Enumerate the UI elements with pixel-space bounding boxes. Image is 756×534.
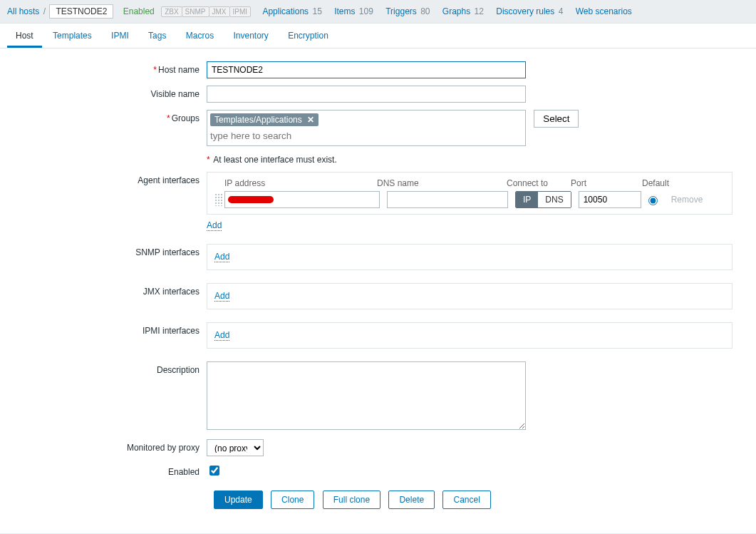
proxy-select[interactable]: (no proxy): [207, 439, 264, 456]
ipmi-interfaces-box: Add: [207, 322, 732, 349]
button-bar: Update Clone Full clone Delete Cancel: [0, 491, 756, 509]
agent-ip-input[interactable]: [224, 191, 380, 208]
tab-templates[interactable]: Templates: [44, 24, 100, 48]
agent-remove-link: Remove: [671, 195, 703, 205]
host-form: *Host name Visible name *Groups Template…: [0, 48, 756, 530]
tab-tags[interactable]: Tags: [140, 24, 175, 48]
update-button[interactable]: Update: [214, 491, 263, 509]
jmx-interfaces-label: JMX interfaces: [0, 283, 207, 297]
tab-inventory[interactable]: Inventory: [224, 24, 276, 48]
link-triggers-label: Triggers: [385, 6, 417, 16]
snmp-add-link[interactable]: Add: [214, 252, 229, 262]
hostname-label: *Host name: [0, 61, 207, 75]
jmx-add-link[interactable]: Add: [214, 291, 229, 302]
avail-ipmi-badge: IPMI: [229, 6, 252, 17]
link-items-count: 109: [359, 6, 373, 16]
connect-to-toggle[interactable]: IP DNS: [515, 191, 571, 208]
agent-default-radio[interactable]: [648, 196, 658, 205]
group-chip[interactable]: Templates/Applications ✕: [210, 113, 319, 126]
clone-button[interactable]: Clone: [271, 491, 314, 509]
link-applications-label: Applications: [262, 6, 309, 16]
snmp-interfaces-box: Add: [207, 244, 732, 270]
groups-label: *Groups: [0, 110, 207, 123]
delete-button[interactable]: Delete: [388, 491, 435, 509]
link-applications[interactable]: Applications 15: [262, 6, 321, 16]
agent-interfaces-box: IP address DNS name Connect to Port Defa…: [207, 172, 732, 215]
group-chip-remove-icon[interactable]: ✕: [307, 115, 314, 125]
groups-search-input[interactable]: [210, 129, 522, 143]
enabled-checkbox[interactable]: [209, 466, 219, 476]
breadcrumb-separator: /: [43, 6, 46, 16]
link-web-label: Web scenarios: [576, 6, 632, 16]
agent-add-link[interactable]: Add: [207, 220, 222, 231]
link-items-label: Items: [334, 6, 355, 16]
connect-to-dns[interactable]: DNS: [538, 192, 570, 207]
tab-encryption[interactable]: Encryption: [279, 24, 337, 48]
agent-dns-input[interactable]: [387, 191, 508, 208]
breadcrumb-hostname[interactable]: TESTNODE2: [49, 4, 113, 19]
header-dns: DNS name: [377, 178, 507, 188]
proxy-label: Monitored by proxy: [0, 439, 207, 453]
visible-name-input[interactable]: [207, 86, 526, 103]
config-tabs: Host Templates IPMI Tags Macros Inventor…: [0, 24, 756, 48]
avail-jmx-badge: JMX: [209, 6, 230, 17]
ipmi-add-link[interactable]: Add: [214, 330, 229, 341]
drag-handle-icon[interactable]: [214, 193, 223, 206]
link-discovery-count: 4: [559, 6, 564, 16]
agent-interface-row: IP DNS Remove: [214, 191, 725, 208]
host-status: Enabled: [123, 6, 155, 16]
redacted-ip: [228, 196, 274, 203]
tab-ipmi[interactable]: IPMI: [103, 24, 138, 48]
interface-required-note: * At least one interface must exist.: [207, 155, 756, 165]
enabled-label: Enabled: [0, 463, 207, 477]
full-clone-button[interactable]: Full clone: [323, 491, 380, 509]
agent-interfaces-label: Agent interfaces: [0, 172, 207, 185]
jmx-interfaces-box: Add: [207, 283, 732, 309]
tab-host[interactable]: Host: [7, 24, 42, 48]
groups-select-button[interactable]: Select: [534, 110, 579, 128]
link-web-scenarios[interactable]: Web scenarios: [576, 6, 632, 16]
link-discovery-label: Discovery rules: [496, 6, 554, 16]
header-ip: IP address: [214, 178, 377, 188]
avail-zbx-badge: ZBX: [161, 6, 182, 17]
link-graphs-label: Graphs: [442, 6, 470, 16]
ipmi-interfaces-label: IPMI interfaces: [0, 322, 207, 336]
link-triggers-count: 80: [420, 6, 430, 16]
link-graphs[interactable]: Graphs 12: [442, 6, 484, 16]
hostname-input[interactable]: [207, 61, 526, 78]
breadcrumb-all-hosts[interactable]: All hosts: [7, 6, 39, 16]
description-textarea[interactable]: [207, 361, 526, 430]
link-graphs-count: 12: [475, 6, 484, 16]
header-connect-to: Connect to: [507, 178, 571, 188]
link-discovery[interactable]: Discovery rules 4: [496, 6, 563, 16]
top-breadcrumb-bar: All hosts / TESTNODE2 Enabled ZBXSNMPJMX…: [0, 0, 756, 24]
cancel-button[interactable]: Cancel: [442, 491, 490, 509]
link-applications-count: 15: [312, 6, 321, 16]
description-label: Description: [0, 361, 207, 375]
avail-snmp-badge: SNMP: [182, 6, 209, 17]
link-items[interactable]: Items 109: [334, 6, 373, 16]
snmp-interfaces-label: SNMP interfaces: [0, 244, 207, 257]
groups-multiselect[interactable]: Templates/Applications ✕: [207, 110, 526, 146]
header-port: Port: [571, 178, 642, 188]
link-triggers[interactable]: Triggers 80: [385, 6, 430, 16]
group-chip-label: Templates/Applications: [214, 115, 302, 125]
visible-name-label: Visible name: [0, 86, 207, 99]
agent-port-input[interactable]: [579, 191, 641, 208]
header-default: Default: [642, 178, 692, 188]
connect-to-ip[interactable]: IP: [516, 192, 538, 207]
tab-macros[interactable]: Macros: [177, 24, 222, 48]
